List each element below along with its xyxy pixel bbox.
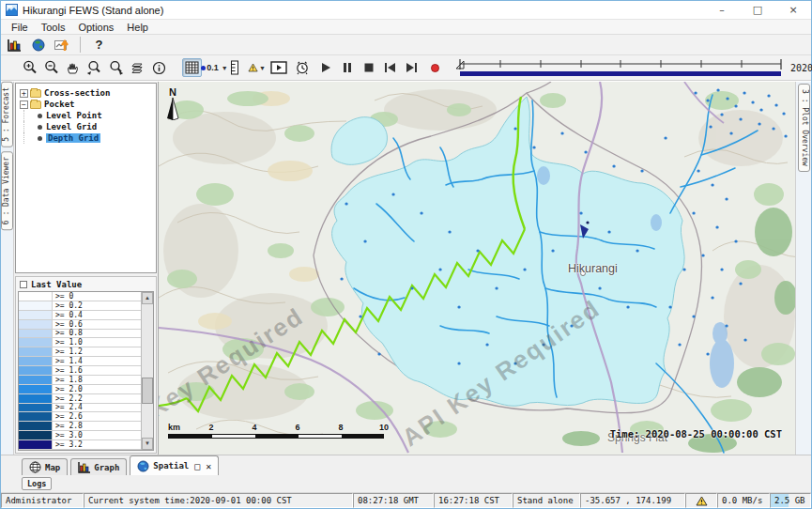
legend-row[interactable]: >= 1.6	[19, 366, 141, 376]
tab-plot-overview[interactable]: 3 : Plot Overview	[798, 84, 810, 172]
scroll-up-icon[interactable]: ▲	[142, 292, 153, 304]
close-button[interactable]: ×	[775, 1, 811, 19]
map-viewport[interactable]: N API Key Required API Key Required Hiku…	[159, 82, 795, 455]
logs-button[interactable]: Logs	[22, 477, 52, 490]
legend-row[interactable]: >= 0.6	[19, 320, 141, 330]
legend-row[interactable]: >= 2.0	[19, 385, 141, 394]
tab-data-viewer[interactable]: 6 : Data Viewer	[1, 151, 13, 230]
record-button[interactable]	[425, 58, 445, 77]
tree-item-label: Level Point	[46, 111, 102, 120]
zoom-out-icon	[44, 60, 59, 75]
legend-row[interactable]: >= 1.4	[19, 357, 141, 366]
layer-bullet-icon	[38, 136, 42, 141]
legend-header: Last Value	[16, 277, 156, 291]
zoom-next-icon	[108, 60, 124, 75]
legend-color-swatch	[19, 412, 53, 421]
last-value-checkbox[interactable]	[20, 281, 27, 288]
tree-item-depth-grid[interactable]: Depth Grid	[18, 132, 154, 144]
collapse-icon[interactable]: −	[20, 100, 28, 109]
zoom-previous-button[interactable]	[84, 58, 104, 77]
movie-player-icon	[270, 61, 287, 74]
menu-item[interactable]: File	[5, 22, 35, 33]
grid-value-dropdown[interactable]: 0.1▼	[204, 58, 223, 77]
status-warning-cell[interactable]	[685, 493, 717, 508]
north-arrow-icon	[166, 98, 179, 120]
animation-dialog-button[interactable]	[268, 58, 288, 77]
tab-graph[interactable]: Graph	[70, 458, 127, 475]
menu-item[interactable]: Tools	[35, 22, 72, 33]
database-display-button[interactable]	[5, 36, 24, 54]
scale-tick: 8	[338, 423, 343, 432]
legend-row[interactable]: >= 2.4	[19, 404, 141, 413]
legend-row[interactable]: >= 1.2	[19, 347, 141, 357]
tree-item-level-point[interactable]: Level Point	[18, 110, 154, 121]
legend-row[interactable]: >= 3.2	[19, 440, 141, 450]
legend-row[interactable]: >= 0.8	[19, 330, 141, 339]
legend-row[interactable]: >= 1.0	[19, 338, 141, 347]
play-button[interactable]	[315, 58, 335, 77]
tab-forecast[interactable]: 5 : Forecast	[1, 82, 13, 147]
pause-button[interactable]	[337, 58, 357, 77]
legend-color-swatch	[19, 394, 53, 403]
warnings-dropdown[interactable]: ▼	[247, 58, 267, 77]
scroll-down-icon[interactable]: ▼	[142, 438, 153, 450]
tree-item-cross-section[interactable]: + Cross-section	[18, 87, 154, 99]
menu-item[interactable]: Help	[120, 22, 155, 33]
layers-button[interactable]	[128, 58, 147, 77]
scroll-track[interactable]	[142, 304, 153, 438]
zoom-in-button[interactable]	[20, 58, 39, 77]
legend-scrollbar[interactable]: ▲ ▼	[141, 292, 153, 450]
minimize-button[interactable]: –	[704, 1, 740, 19]
tree-item-level-grid[interactable]: Level Grid	[18, 121, 154, 132]
time-slider[interactable]	[454, 57, 785, 78]
skip-to-start-button[interactable]	[380, 58, 400, 77]
main-toolbar: ?	[1, 35, 811, 55]
stop-button[interactable]	[359, 58, 378, 77]
legend-row[interactable]: >= 0.4	[19, 311, 141, 320]
toolbar-separator	[80, 37, 81, 53]
expand-icon[interactable]: +	[20, 89, 28, 98]
legend-row-label: >= 1.0	[53, 338, 141, 347]
legend-row[interactable]: >= 0.2	[19, 301, 141, 311]
tree-indent-guide	[23, 121, 36, 132]
layers-icon	[130, 61, 146, 74]
legend-row[interactable]: >= 0	[19, 292, 141, 301]
help-icon: ?	[96, 38, 103, 52]
pan-button[interactable]	[63, 58, 83, 77]
legend-row-label: >= 2.6	[53, 412, 141, 421]
tab-close-icon[interactable]: ✕	[206, 461, 211, 471]
menu-item[interactable]: Options	[71, 22, 120, 33]
maximize-button[interactable]: □	[740, 1, 775, 19]
tab-maximize-icon[interactable]: □	[194, 461, 200, 471]
legend-row[interactable]: >= 2.8	[19, 422, 141, 431]
timeline-datetime: 2020-08-25 00:00:00 CST	[790, 63, 812, 73]
legend-color-swatch	[19, 292, 53, 301]
tree-item-pocket[interactable]: − Pocket	[18, 99, 154, 110]
info-button[interactable]	[149, 58, 169, 77]
legend-row[interactable]: >= 1.8	[19, 376, 141, 385]
scroll-thumb[interactable]	[142, 378, 153, 404]
compass-label: N	[169, 86, 176, 98]
status-mode: Stand alone	[513, 493, 580, 508]
legend-color-swatch	[19, 347, 53, 356]
map-display-button[interactable]	[28, 36, 48, 54]
legend-row[interactable]: >= 2.2	[19, 394, 141, 404]
zoom-out-button[interactable]	[41, 58, 61, 77]
legend-row-label: >= 3.0	[53, 431, 141, 440]
tab-map[interactable]: Map	[22, 458, 68, 475]
legend-color-swatch	[19, 330, 53, 338]
help-button[interactable]: ?	[89, 36, 109, 54]
tab-spatial[interactable]: Spatial □ ✕	[130, 455, 219, 475]
time-settings-button[interactable]	[292, 58, 312, 77]
layer-tree: + Cross-section − Pocket Level Point	[15, 83, 157, 273]
legend-row[interactable]: >= 3.0	[19, 431, 141, 440]
legend-row-label: >= 2.2	[53, 394, 141, 403]
legend-row[interactable]: >= 2.6	[19, 412, 141, 422]
zoom-next-button[interactable]	[106, 58, 126, 77]
legend-row-label: >= 0.2	[53, 301, 141, 310]
bar-chart-icon	[8, 39, 22, 52]
skip-to-end-button[interactable]	[402, 58, 421, 77]
timeseries-dialog-button[interactable]	[52, 36, 71, 54]
scale-bar-button[interactable]	[225, 58, 245, 77]
tab-label: Graph	[94, 463, 119, 472]
